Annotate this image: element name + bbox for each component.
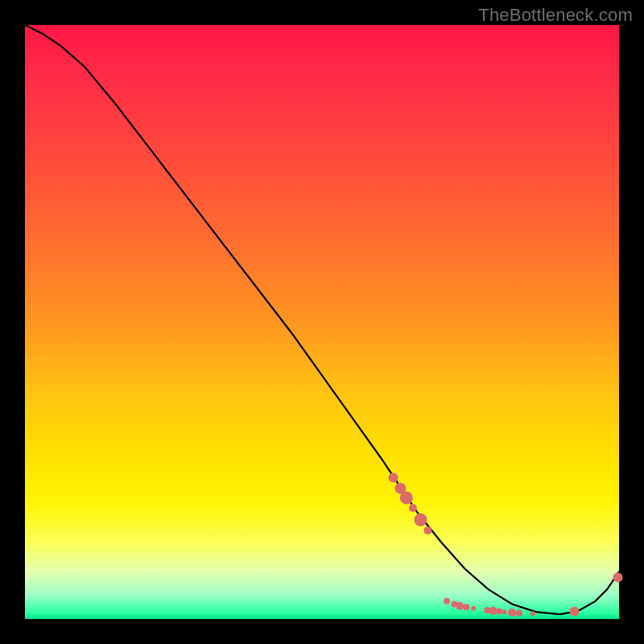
data-marker: [423, 526, 431, 535]
data-marker: [570, 606, 580, 616]
data-marker: [415, 514, 427, 526]
data-marker: [471, 606, 476, 611]
data-marker: [463, 604, 469, 610]
data-marker: [389, 473, 398, 482]
watermark-text: TheBottleneck.com: [478, 5, 633, 26]
data-marker: [508, 609, 516, 617]
data-marker: [516, 610, 522, 617]
data-marker: [502, 609, 507, 614]
plot-area: [25, 25, 619, 619]
markers-group: [389, 473, 623, 617]
data-marker: [409, 504, 417, 512]
chart-stage: TheBottleneck.com: [0, 0, 644, 644]
data-marker: [496, 608, 502, 614]
bottleneck-curve: [25, 25, 619, 614]
data-marker: [444, 598, 450, 605]
chart-svg: [25, 25, 619, 619]
data-marker: [613, 572, 623, 582]
data-marker: [530, 611, 535, 616]
data-marker: [400, 491, 413, 504]
data-marker: [456, 602, 464, 610]
